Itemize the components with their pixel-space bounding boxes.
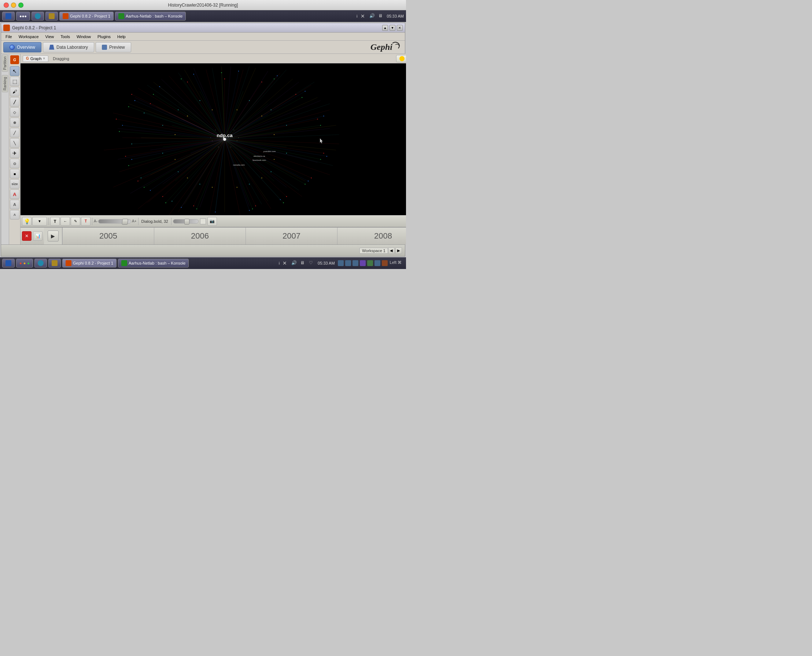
svg-point-161: [283, 202, 284, 203]
bt-size-slider[interactable]: [98, 219, 131, 224]
taskbar-globe[interactable]: [31, 12, 44, 20]
svg-point-152: [187, 81, 188, 82]
svg-point-170: [135, 100, 136, 101]
close-btn[interactable]: [4, 3, 9, 8]
bt-text-slider[interactable]: [173, 219, 199, 224]
hierarchy-button[interactable]: Hierarchy: [396, 55, 406, 62]
menu-plugins[interactable]: Plugins: [94, 34, 114, 40]
menu-tools[interactable]: Tools: [57, 34, 73, 40]
menu-help[interactable]: Help: [114, 34, 128, 40]
kde-menu-btn[interactable]: [2, 12, 15, 20]
timeline-chart-btn[interactable]: 📊: [33, 231, 42, 241]
gephi-window-controls[interactable]: ▲ ▼ ✕: [382, 25, 403, 31]
sidebar-partition[interactable]: Partition: [2, 55, 8, 72]
svg-text:Gephi: Gephi: [370, 42, 393, 52]
tool-plane[interactable]: ✈: [10, 149, 19, 158]
bt-screenshot-btn[interactable]: 📷: [207, 217, 217, 226]
bt-color-box[interactable]: [200, 218, 206, 224]
tab-overview-label: Overview: [17, 45, 35, 50]
menu-view[interactable]: View: [42, 34, 57, 40]
tab-data-laboratory[interactable]: Data Laboratory: [43, 42, 94, 53]
tool-text-small[interactable]: A: [10, 210, 19, 220]
ws-next-btn[interactable]: ▶: [395, 248, 402, 254]
gephi-bottom-label: Gephi 0.8.2 - Project 1: [73, 261, 113, 265]
folder-icon: [49, 13, 54, 19]
svg-point-145: [286, 196, 287, 197]
tool-rect[interactable]: ■: [10, 169, 19, 178]
maximize-btn[interactable]: [18, 3, 23, 8]
bt-bg-icon: ▼: [38, 219, 42, 223]
tray-info: i: [357, 14, 357, 18]
svg-point-151: [224, 79, 225, 79]
tool-text-medium[interactable]: A: [10, 200, 19, 209]
svg-point-143: [193, 205, 194, 206]
svg-point-212: [175, 159, 176, 160]
svg-point-147: [323, 153, 324, 154]
taskbar-bottom-dots[interactable]: ●●●: [16, 259, 33, 268]
gephi-close[interactable]: ✕: [397, 25, 403, 31]
minimize-btn[interactable]: [11, 3, 16, 8]
ws-prev-btn[interactable]: ◀: [388, 248, 394, 254]
taskbar-bottom-folder[interactable]: [48, 259, 61, 268]
bt-arrow-btn[interactable]: ←: [60, 217, 70, 226]
tool-pointer[interactable]: ↖: [10, 67, 19, 76]
timeline-year-2007: 2007: [246, 227, 337, 244]
taskbar-bottom-konsole[interactable]: Aarhus-Netlab : bash – Konsole: [118, 259, 189, 268]
timeline-track[interactable]: 2005 2006 2007 2008: [62, 227, 406, 244]
bt-bg-btn[interactable]: ▼: [32, 217, 47, 226]
tool-globe2[interactable]: ⊙: [10, 159, 19, 168]
graph-tab-icon: G: [26, 56, 29, 60]
tool-node[interactable]: ⊕: [10, 118, 19, 127]
taskbar-bottom-gephi[interactable]: Gephi 0.8.2 - Project 1: [62, 259, 116, 268]
svg-point-222: [210, 138, 211, 138]
bt-text-slider-thumb[interactable]: [184, 219, 189, 225]
taskbar-konsole[interactable]: Aarhus-Netlab : bash – Konsole: [115, 12, 186, 20]
tool-line1[interactable]: ╱: [10, 128, 19, 138]
svg-point-173: [150, 190, 151, 191]
timeline-play-btn[interactable]: ▶: [48, 231, 59, 241]
tool-diamond[interactable]: ◇: [10, 107, 19, 117]
tool-size[interactable]: size: [10, 179, 19, 189]
tool-select[interactable]: ⬚: [10, 77, 19, 86]
bt-zoom-minus[interactable]: A-: [94, 219, 97, 223]
gephi-scroll-down[interactable]: ▼: [390, 25, 395, 31]
menu-file[interactable]: File: [3, 34, 15, 40]
bt-text2-btn[interactable]: T: [81, 217, 91, 226]
tab-overview[interactable]: Overview: [3, 42, 42, 53]
tab-preview[interactable]: Preview: [96, 42, 131, 53]
tray-icon-f: [374, 260, 380, 266]
tool-line2[interactable]: ╲: [10, 138, 19, 148]
gephi-scroll-up[interactable]: ▲: [382, 25, 388, 31]
bt-zoom-plus[interactable]: A+: [132, 219, 137, 223]
bt-slider-thumb[interactable]: [122, 219, 128, 225]
taskbar-dots[interactable]: ●●●: [16, 12, 30, 20]
graph-tab[interactable]: G Graph ×: [23, 55, 48, 62]
tool-text-large[interactable]: A: [10, 189, 19, 199]
timeline-close-btn[interactable]: ✕: [22, 231, 31, 241]
tool-brush[interactable]: 🖌: [10, 87, 19, 96]
taskbar-gephi[interactable]: Gephi 0.8.2 - Project 1: [59, 12, 114, 20]
bt-light-btn[interactable]: 💡: [22, 217, 31, 226]
graph-canvas[interactable]: ndp.ca youtube.com elections.ca facebook…: [20, 63, 406, 215]
menu-workspace[interactable]: Workspace: [16, 34, 42, 40]
menu-window[interactable]: Window: [74, 34, 94, 40]
data-lab-icon: [49, 45, 54, 50]
svg-point-172: [131, 159, 132, 160]
sidebar-ranking[interactable]: Ranking: [2, 75, 8, 92]
bt-text-btn[interactable]: T: [50, 217, 60, 226]
graph-tab-close-btn[interactable]: ×: [43, 56, 45, 60]
bt-pencil-btn[interactable]: ✎: [71, 217, 80, 226]
tool-pencil1[interactable]: ╱: [10, 97, 19, 107]
taskbar-bottom-status: i ✕ 🔊 🖥 ♡ 05:33 AM: [279, 260, 335, 266]
title-bar: HistoryCrawler201406-32 [Running]: [0, 0, 406, 10]
svg-point-208: [261, 177, 262, 178]
timeline-year-2006: 2006: [154, 227, 246, 244]
status-bar: Workspace 1 ◀ ▶: [1, 244, 405, 256]
taskbar-bottom-globe[interactable]: [34, 259, 47, 268]
taskbar-folder[interactable]: [45, 12, 58, 20]
gephi-title-bar: Gephi 0.8.2 - Project 1 ▲ ▼ ✕: [1, 23, 405, 32]
svg-point-169: [153, 94, 154, 95]
window-controls[interactable]: [4, 3, 23, 8]
tray-bottom-icon4: ♡: [309, 260, 315, 266]
taskbar-bottom-kde[interactable]: [2, 259, 15, 268]
